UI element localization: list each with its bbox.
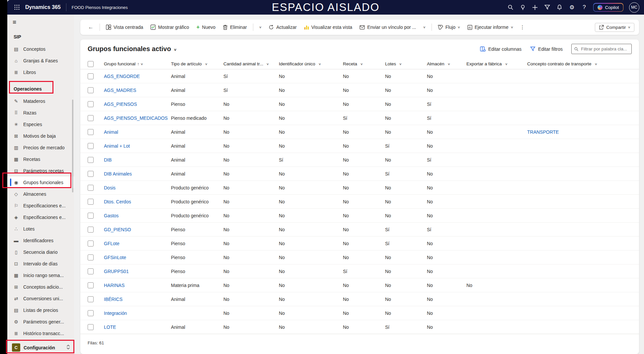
- record-link[interactable]: DIB Animales: [104, 171, 171, 177]
- column-header[interactable]: Exportar a fábrica ∨: [466, 61, 527, 66]
- row-checkbox[interactable]: [88, 296, 94, 302]
- table-row[interactable]: GFSinLote Pienso No No No No No: [80, 250, 639, 264]
- row-checkbox[interactable]: [88, 101, 94, 107]
- table-row[interactable]: HARINAS Materia prima No No No No No No: [80, 278, 639, 292]
- record-link[interactable]: Dtos. Cerdos: [104, 199, 171, 204]
- keyword-filter-input[interactable]: [581, 46, 629, 51]
- row-checkbox[interactable]: [88, 268, 94, 274]
- column-header[interactable]: Identificador único ∨: [279, 61, 343, 66]
- record-link[interactable]: AGS_ENGORDE: [104, 74, 171, 79]
- row-checkbox[interactable]: [88, 73, 94, 79]
- sidebar-item[interactable]: ⊠ Motivos de baja: [7, 130, 74, 142]
- focused-view-button[interactable]: Vista centrada: [103, 23, 146, 32]
- more-commands-button[interactable]: ⋮: [517, 23, 527, 32]
- table-row[interactable]: IBÉRICS Animal No No No No No: [80, 292, 639, 306]
- column-header[interactable]: Concepto contrato de transporte ∨: [527, 61, 639, 66]
- sidebar-item[interactable]: ▯ Secuencia diario: [7, 246, 74, 258]
- sidebar-item[interactable]: ≣ Histórico transacc...: [7, 327, 74, 339]
- run-report-button[interactable]: Ejecutar informe ∨: [464, 23, 516, 32]
- table-row[interactable]: Animal Animal No No No No No TRANSPORTE: [80, 125, 639, 139]
- table-row[interactable]: GRUPPS01 Pienso No No Sí No No: [80, 264, 639, 278]
- flow-button[interactable]: Flujo ∨: [435, 23, 463, 32]
- sidebar-item[interactable]: ◇ Almacenes: [7, 188, 74, 200]
- sidebar-item[interactable]: ∴ Lotes: [7, 223, 74, 235]
- sidebar-item[interactable]: ▦ Inicio rango sema...: [7, 269, 74, 281]
- record-link[interactable]: AGS_PIENSOS: [104, 102, 171, 107]
- column-header[interactable]: Lotes ∨: [385, 61, 427, 66]
- new-button[interactable]: + Nuevo: [194, 23, 218, 32]
- sidebar-item[interactable]: ◉ Grupos funcionales: [7, 177, 74, 188]
- table-row[interactable]: AGS_PIENSOS_MEDICADOS Pienso medicado No…: [80, 111, 639, 125]
- sidebar-item[interactable]: ✳ Especies: [7, 118, 74, 130]
- table-row[interactable]: Dosis Producto genérico No No No No No: [80, 181, 639, 195]
- row-checkbox[interactable]: [88, 241, 94, 247]
- row-checkbox[interactable]: [88, 227, 94, 233]
- record-link[interactable]: Dosis: [104, 185, 171, 190]
- record-link[interactable]: GFLote: [104, 241, 171, 246]
- row-checkbox[interactable]: [88, 213, 94, 219]
- refresh-button[interactable]: Actualizar: [266, 23, 299, 32]
- table-row[interactable]: DIB Animal No Sí No No Sí: [80, 153, 639, 167]
- record-link[interactable]: IBÉRICS: [104, 297, 171, 302]
- row-checkbox[interactable]: [88, 324, 94, 330]
- row-checkbox[interactable]: [88, 185, 94, 191]
- column-header[interactable]: Almacén ∨: [427, 61, 466, 66]
- record-link[interactable]: AGS_PIENSOS_MEDICADOS: [104, 115, 171, 121]
- record-link[interactable]: Gastos: [104, 213, 171, 218]
- record-link[interactable]: GD_PIENSO: [104, 227, 171, 232]
- sidebar-item[interactable]: ▤ Listas de precios: [7, 304, 74, 316]
- record-link[interactable]: Animal + Lot: [104, 143, 171, 149]
- row-checkbox[interactable]: [88, 171, 94, 177]
- table-row[interactable]: AGS_ENGORDE Animal Sí No No No No: [80, 69, 639, 83]
- column-header[interactable]: Grupo funcional ↑ ∨: [104, 61, 171, 66]
- record-link[interactable]: DIB: [104, 157, 171, 163]
- record-link[interactable]: Integración: [104, 311, 171, 316]
- sidebar-item[interactable]: ⊟ Parámetros recetas: [7, 165, 74, 177]
- sidebar-item[interactable]: ▤ Conceptos: [7, 43, 74, 55]
- share-button[interactable]: Compartir ∨: [595, 23, 634, 32]
- notifications-bell-icon[interactable]: [556, 4, 563, 11]
- table-row[interactable]: GFLote Pienso No No No Sí No: [80, 237, 639, 250]
- back-button[interactable]: ←: [85, 22, 97, 33]
- visualize-view-button[interactable]: Visualizar esta vista: [301, 23, 355, 32]
- hamburger-menu-icon[interactable]: ≡: [7, 15, 74, 26]
- area-switcher-configuracion[interactable]: C Configuración: [7, 341, 74, 354]
- lightbulb-icon[interactable]: [520, 4, 526, 11]
- app-launcher-waffle-icon[interactable]: [11, 2, 23, 12]
- filter-icon[interactable]: [544, 4, 551, 11]
- view-selector[interactable]: Grupos funcionales activo ∨: [88, 45, 177, 53]
- sidebar-item[interactable]: ⊡ Intervalo de días: [7, 258, 74, 269]
- record-link[interactable]: LOTE: [104, 324, 171, 330]
- table-row[interactable]: AGS_MADRES Animal Sí No No No No: [80, 83, 639, 97]
- sidebar-item[interactable]: ⚙ Parámetros gener...: [7, 316, 74, 327]
- edit-columns-button[interactable]: Editar columnas: [480, 46, 522, 52]
- cell-concepto-transporte-link[interactable]: TRANSPORTE: [527, 129, 639, 135]
- table-row[interactable]: Animal + Lot Animal No No No Sí No: [80, 139, 639, 153]
- row-checkbox[interactable]: [88, 115, 94, 121]
- row-checkbox[interactable]: [88, 87, 94, 93]
- search-icon[interactable]: [507, 4, 514, 11]
- help-icon[interactable]: ?: [581, 4, 588, 11]
- sidebar-item[interactable]: SIP: [7, 31, 74, 43]
- column-header[interactable]: Cantidad animal tr... ∨: [223, 61, 279, 66]
- table-row[interactable]: Dtos. Cerdos Producto genérico No No No …: [80, 195, 639, 209]
- email-link-button[interactable]: Enviar un vínculo por ...: [357, 23, 419, 32]
- table-row[interactable]: Integración No No No No No: [80, 306, 639, 320]
- record-link[interactable]: Animal: [104, 129, 171, 135]
- sidebar-item[interactable]: ⚐ Especificaciones e...: [7, 200, 74, 211]
- sidebar-item[interactable]: ⇄ Conversiones uni...: [7, 293, 74, 304]
- sidebar-item[interactable]: ▬ Identificadores: [7, 235, 74, 246]
- sidebar-scrollbar[interactable]: [72, 100, 73, 192]
- column-header[interactable]: Receta ∨: [343, 61, 385, 66]
- overflow-chevron-button[interactable]: ∨: [420, 24, 429, 31]
- row-checkbox[interactable]: [88, 143, 94, 149]
- sidebar-item[interactable]: ◈ Especificaciones e...: [7, 211, 74, 223]
- copilot-button[interactable]: Copilot: [593, 3, 623, 12]
- sidebar-item[interactable]: ▥ Precios de mercado: [7, 142, 74, 153]
- record-link[interactable]: AGS_MADRES: [104, 88, 171, 93]
- settings-gear-icon[interactable]: ⚙: [569, 4, 575, 11]
- overflow-chevron-button[interactable]: ∨: [256, 24, 265, 31]
- plus-icon[interactable]: [532, 4, 538, 11]
- row-checkbox[interactable]: [88, 310, 94, 316]
- row-checkbox[interactable]: [88, 199, 94, 205]
